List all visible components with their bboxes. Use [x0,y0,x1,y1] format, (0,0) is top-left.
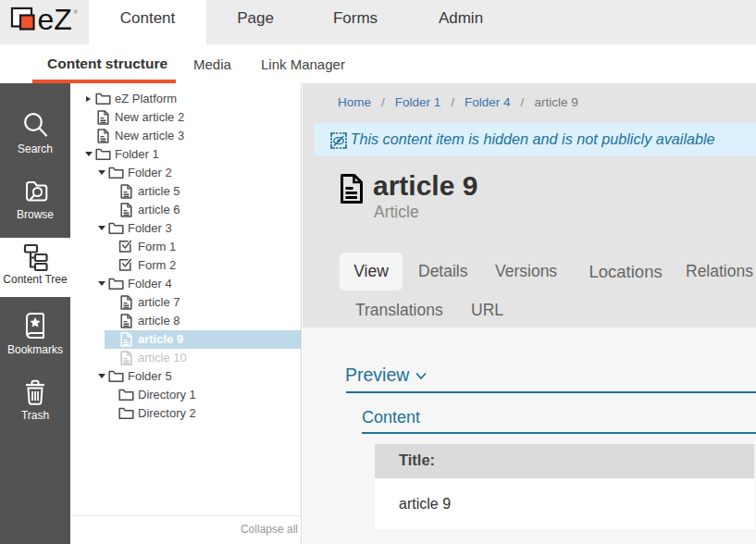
svg-text:eZ: eZ [38,5,72,32]
svg-text:®: ® [74,9,79,15]
